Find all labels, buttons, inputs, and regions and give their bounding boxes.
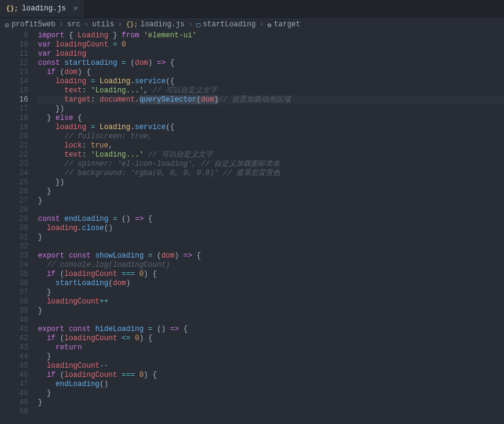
tab-loading-js[interactable]: {}; loading.js × (0, 0, 85, 17)
breadcrumb-label: loading.js (141, 20, 185, 29)
line-number: 46 (0, 371, 28, 380)
code-line[interactable]: if (loadingCount === 0) { (38, 270, 504, 279)
code-line[interactable]: loadingCount-- (38, 362, 504, 371)
line-number: 24 (0, 169, 28, 178)
line-number: 21 (0, 141, 28, 151)
line-number: 10 (0, 40, 28, 50)
code-line[interactable]: } (38, 288, 504, 297)
code-line[interactable]: // spinner: 'el-icon-loading', // 自定义加载图… (38, 160, 504, 169)
line-number: 48 (0, 389, 28, 398)
code-line[interactable]: } (38, 187, 504, 196)
code-line[interactable]: } (38, 196, 504, 206)
code-line[interactable]: }) (38, 178, 504, 187)
code-line[interactable] (38, 206, 504, 215)
breadcrumb-item[interactable]: src (67, 20, 81, 29)
line-number: 26 (0, 187, 28, 196)
line-number: 39 (0, 307, 28, 316)
code-line[interactable] (38, 316, 504, 325)
code-line[interactable]: endLoading() (38, 380, 504, 389)
breadcrumb-separator-icon: › (117, 20, 124, 29)
code-line[interactable]: lock: true, (38, 141, 504, 151)
breadcrumb-item[interactable]: ✿ target (267, 20, 300, 29)
line-number: 44 (0, 352, 28, 362)
line-number: 18 (0, 114, 28, 123)
code-line[interactable]: startLoading(dom) (38, 279, 504, 288)
code-line[interactable]: if (dom) { (38, 68, 504, 77)
line-number: 41 (0, 325, 28, 334)
code-line[interactable]: target: document.querySelector(dom)// 设置… (38, 95, 504, 105)
line-number: 9 (0, 31, 28, 40)
line-number: 15 (0, 86, 28, 95)
code-line[interactable]: const endLoading = () => { (38, 215, 504, 224)
code-line[interactable] (38, 407, 504, 417)
code-line[interactable]: return (38, 343, 504, 352)
code-line[interactable]: var loadingCount = 0 (38, 40, 504, 50)
code-content[interactable]: import { Loading } from 'element-ui'var … (38, 31, 504, 424)
code-editor[interactable]: 9101112131415161718192021222324252627282… (0, 31, 504, 424)
breadcrumb-separator-icon: › (58, 20, 65, 29)
code-line[interactable]: loading = Loading.service({ (38, 123, 504, 132)
line-number: 36 (0, 279, 28, 288)
line-number: 37 (0, 288, 28, 297)
close-tab-icon[interactable]: × (73, 5, 78, 13)
code-line[interactable]: export const hideLoading = () => { (38, 325, 504, 334)
code-line[interactable]: } (38, 233, 504, 242)
code-line[interactable]: if (loadingCount <= 0) { (38, 334, 504, 343)
breadcrumb-item[interactable]: {}; loading.js (126, 20, 185, 29)
code-line[interactable]: } (38, 398, 504, 407)
line-number: 42 (0, 334, 28, 343)
line-number: 19 (0, 123, 28, 132)
line-number: 31 (0, 233, 28, 242)
code-line[interactable]: loading.close() (38, 224, 504, 233)
code-line[interactable]: const startLoading = (dom) => { (38, 59, 504, 68)
code-line[interactable]: // console.log(loadingCount) (38, 261, 504, 270)
code-line[interactable]: export const showLoading = (dom) => { (38, 251, 504, 261)
line-number: 13 (0, 68, 28, 77)
line-number: 12 (0, 59, 28, 68)
code-line[interactable]: } (38, 389, 504, 398)
line-number: 38 (0, 297, 28, 307)
tab-filename: loading.js (22, 4, 66, 13)
breadcrumb-item[interactable]: ▢ startLoading (196, 20, 256, 29)
breadcrumb-item[interactable]: ◎ profit5web (5, 20, 56, 29)
code-line[interactable]: import { Loading } from 'element-ui' (38, 31, 504, 40)
line-number: 47 (0, 380, 28, 389)
code-line[interactable] (38, 242, 504, 251)
code-line[interactable]: // fullscreen: true, (38, 132, 504, 141)
chevron-icon: ◎ (5, 21, 9, 29)
code-line[interactable]: if (loadingCount === 0) { (38, 371, 504, 380)
line-number: 45 (0, 362, 28, 371)
line-number: 16 (0, 95, 28, 105)
tab-bar: {}; loading.js × (0, 0, 504, 18)
breadcrumb-label: profit5web (12, 20, 56, 29)
breadcrumb-label: startLoading (203, 20, 256, 29)
breadcrumb-label: target (274, 20, 300, 29)
line-number: 22 (0, 151, 28, 160)
breadcrumb-item[interactable]: utils (92, 20, 114, 29)
code-line[interactable]: } (38, 352, 504, 362)
line-number: 50 (0, 407, 28, 417)
code-line[interactable]: text: 'Loading...' // 可以自定义文字 (38, 151, 504, 160)
code-line[interactable]: var loading (38, 50, 504, 59)
line-number: 11 (0, 50, 28, 59)
code-line[interactable]: }) (38, 105, 504, 114)
breadcrumb: ◎ profit5web › src › utils › {}; loading… (0, 18, 504, 31)
code-line[interactable]: loadingCount++ (38, 297, 504, 307)
breadcrumb-label: src (67, 20, 81, 29)
line-number: 27 (0, 196, 28, 206)
line-number: 17 (0, 105, 28, 114)
line-number: 14 (0, 77, 28, 86)
code-line[interactable]: text: 'Loading...', // 可以自定义文字 (38, 86, 504, 95)
line-number: 30 (0, 224, 28, 233)
breadcrumb-separator-icon: › (258, 20, 265, 29)
code-line[interactable]: // background: 'rgba(0, 0, 0, 0.8)' // 遮… (38, 169, 504, 178)
cube-icon: ▢ (196, 21, 201, 29)
line-number: 32 (0, 242, 28, 251)
line-number: 40 (0, 316, 28, 325)
line-number: 29 (0, 215, 28, 224)
code-line[interactable]: loading = Loading.service({ (38, 77, 504, 86)
line-number: 25 (0, 178, 28, 187)
code-line[interactable]: } else { (38, 114, 504, 123)
code-line[interactable]: } (38, 307, 504, 316)
line-number-gutter: 9101112131415161718192021222324252627282… (0, 31, 38, 424)
